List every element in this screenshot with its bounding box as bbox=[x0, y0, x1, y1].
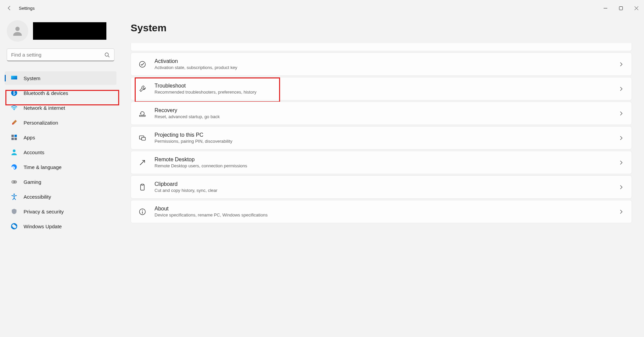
card-description: Remote Desktop users, connection permiss… bbox=[155, 163, 247, 168]
card-title: Clipboard bbox=[155, 181, 217, 187]
clipboard-icon bbox=[138, 182, 147, 192]
avatar bbox=[7, 20, 28, 42]
apps-icon bbox=[11, 134, 18, 141]
minimize-button[interactable] bbox=[598, 3, 613, 13]
card-title: Recovery bbox=[155, 107, 220, 113]
card-title: About bbox=[155, 206, 268, 212]
search-input[interactable] bbox=[7, 48, 114, 61]
sidebar-item-label: Personalization bbox=[24, 120, 58, 126]
page-title: System bbox=[131, 22, 644, 34]
profile-name-redacted bbox=[33, 22, 106, 40]
sidebar-item-label: Network & internet bbox=[24, 105, 65, 111]
svg-rect-22 bbox=[139, 115, 145, 116]
profile-block[interactable] bbox=[0, 20, 121, 48]
brush-icon bbox=[11, 119, 18, 126]
search-box[interactable] bbox=[7, 48, 114, 61]
svg-point-19 bbox=[13, 194, 15, 195]
sidebar-item-time-language[interactable]: Time & language bbox=[5, 160, 116, 174]
sidebar-item-label: Privacy & security bbox=[24, 209, 64, 214]
sidebar-item-gaming[interactable]: Gaming bbox=[5, 175, 116, 189]
window-title: Settings bbox=[19, 6, 35, 11]
setting-card-clipboard[interactable]: ClipboardCut and copy history, sync, cle… bbox=[131, 175, 632, 199]
sidebar-item-apps[interactable]: Apps bbox=[5, 131, 116, 144]
svg-rect-9 bbox=[11, 135, 14, 137]
svg-rect-1 bbox=[619, 6, 622, 10]
card-title: Remote Desktop bbox=[155, 157, 247, 163]
main-content: System ActivationActivation state, subsc… bbox=[121, 16, 644, 337]
chevron-right-icon bbox=[619, 136, 623, 140]
clock-globe-icon bbox=[11, 164, 18, 170]
setting-card-troubleshoot[interactable]: TroubleshootRecommended troubleshooters,… bbox=[131, 77, 632, 100]
display-icon bbox=[11, 75, 18, 81]
svg-point-2 bbox=[15, 27, 20, 31]
search-icon bbox=[104, 52, 110, 58]
sidebar-item-label: Apps bbox=[24, 135, 35, 140]
card-description: Cut and copy history, sync, clear bbox=[155, 188, 217, 193]
back-button[interactable] bbox=[6, 5, 13, 11]
sidebar-item-network-internet[interactable]: Network & internet bbox=[5, 101, 116, 114]
svg-point-28 bbox=[142, 210, 143, 210]
recovery-icon bbox=[138, 109, 147, 118]
sidebar-item-accounts[interactable]: Accounts bbox=[5, 145, 116, 159]
card-partial-top[interactable] bbox=[131, 43, 632, 51]
wifi-icon bbox=[11, 104, 18, 111]
sidebar-item-system[interactable]: System bbox=[5, 71, 116, 85]
close-button[interactable] bbox=[629, 3, 644, 13]
sidebar-item-label: Time & language bbox=[24, 164, 62, 170]
sidebar-item-label: Gaming bbox=[24, 179, 41, 185]
sidebar-item-privacy-security[interactable]: Privacy & security bbox=[5, 205, 116, 218]
maximize-button[interactable] bbox=[613, 3, 629, 13]
svg-rect-12 bbox=[14, 138, 17, 140]
sidebar-item-windows-update[interactable]: Windows Update bbox=[5, 220, 116, 233]
check-circle-icon bbox=[138, 60, 147, 69]
card-description: Recommended troubleshooters, preferences… bbox=[155, 90, 257, 95]
svg-rect-10 bbox=[14, 135, 17, 137]
sidebar-item-bluetooth-devices[interactable]: Bluetooth & devices bbox=[5, 86, 116, 100]
window-controls bbox=[598, 3, 644, 13]
project-icon bbox=[138, 133, 147, 143]
svg-point-18 bbox=[15, 182, 16, 183]
nav-list: SystemBluetooth & devicesNetwork & inter… bbox=[0, 71, 121, 233]
setting-card-about[interactable]: AboutDevice specifications, rename PC, W… bbox=[131, 200, 632, 223]
sidebar-item-label: Accessibility bbox=[24, 194, 51, 200]
svg-point-13 bbox=[13, 149, 15, 152]
svg-rect-11 bbox=[11, 138, 14, 140]
svg-rect-26 bbox=[141, 184, 144, 185]
setting-card-activation[interactable]: ActivationActivation state, subscription… bbox=[131, 53, 632, 76]
chevron-right-icon bbox=[619, 160, 623, 165]
settings-card-list: ActivationActivation state, subscription… bbox=[131, 43, 644, 223]
accessibility-icon bbox=[11, 193, 18, 200]
setting-card-recovery[interactable]: RecoveryReset, advanced startup, go back bbox=[131, 102, 632, 125]
sidebar: SystemBluetooth & devicesNetwork & inter… bbox=[0, 16, 121, 337]
chevron-right-icon bbox=[619, 62, 623, 67]
update-icon bbox=[11, 223, 18, 230]
svg-point-17 bbox=[15, 181, 16, 182]
chevron-right-icon bbox=[619, 111, 623, 116]
svg-point-7 bbox=[11, 90, 17, 96]
bluetooth-icon bbox=[11, 90, 18, 96]
svg-rect-24 bbox=[142, 137, 145, 140]
chevron-right-icon bbox=[619, 209, 623, 214]
person-icon bbox=[11, 149, 18, 156]
chevron-right-icon bbox=[619, 87, 623, 91]
sidebar-item-personalization[interactable]: Personalization bbox=[5, 116, 116, 129]
sidebar-item-label: System bbox=[24, 75, 40, 81]
shield-icon bbox=[11, 208, 18, 215]
titlebar: Settings bbox=[0, 0, 644, 16]
sidebar-item-label: Windows Update bbox=[24, 224, 62, 229]
setting-card-projecting-to-this-pc[interactable]: Projecting to this PCPermissions, pairin… bbox=[131, 126, 632, 149]
info-icon bbox=[138, 207, 147, 216]
card-title: Projecting to this PC bbox=[155, 132, 232, 138]
sidebar-item-accessibility[interactable]: Accessibility bbox=[5, 190, 116, 203]
card-title: Troubleshoot bbox=[155, 83, 257, 89]
svg-point-8 bbox=[14, 109, 15, 110]
card-title: Activation bbox=[155, 58, 237, 64]
card-description: Permissions, pairing PIN, discoverabilit… bbox=[155, 139, 232, 144]
sidebar-item-label: Accounts bbox=[24, 149, 44, 155]
chevron-right-icon bbox=[619, 185, 623, 190]
setting-card-remote-desktop[interactable]: Remote DesktopRemote Desktop users, conn… bbox=[131, 151, 632, 174]
wrench-icon bbox=[138, 84, 147, 94]
svg-rect-6 bbox=[11, 76, 17, 79]
card-description: Device specifications, rename PC, Window… bbox=[155, 212, 268, 217]
gamepad-icon bbox=[11, 178, 18, 185]
